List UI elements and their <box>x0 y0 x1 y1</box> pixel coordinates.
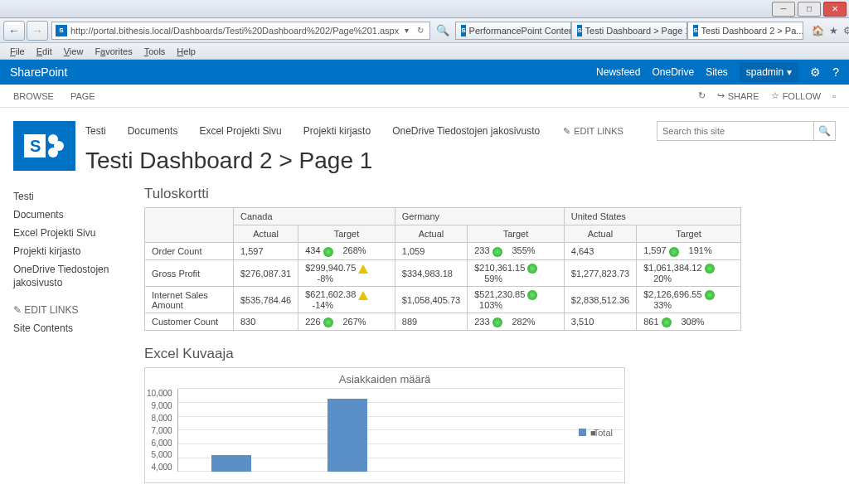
actual-cell: 4,643 <box>564 243 636 260</box>
row-label: Internet Sales Amount <box>145 287 234 313</box>
settings-icon[interactable]: ⚙ <box>810 65 821 79</box>
actual-cell: 1,597 <box>233 243 298 260</box>
country-header: Germany <box>395 208 564 225</box>
actual-cell: $1,058,405.73 <box>395 287 467 313</box>
focus-icon[interactable]: ▫ <box>832 91 836 101</box>
browser-forward-button[interactable]: → <box>27 21 48 41</box>
status-ok-icon <box>492 247 502 257</box>
search-button[interactable]: 🔍 <box>814 121 836 141</box>
menu-tools[interactable]: Tools <box>139 45 171 58</box>
help-icon[interactable]: ? <box>832 65 839 79</box>
dropdown-icon[interactable]: ▾ <box>402 26 411 35</box>
leftnav-edit-links[interactable]: ✎ EDIT LINKS <box>13 301 134 319</box>
status-ok-icon <box>323 247 333 257</box>
favicon-icon: S <box>56 25 67 36</box>
sharepoint-brand[interactable]: SharePoint <box>10 65 67 79</box>
subcol-actual: Actual <box>233 225 298 243</box>
chart-bar <box>327 399 367 472</box>
site-logo[interactable]: S <box>13 121 75 171</box>
suite-link-sites[interactable]: Sites <box>706 66 728 78</box>
y-tick-label: 8,000 <box>147 414 172 423</box>
row-label: Gross Profit <box>145 260 234 287</box>
target-cell: $521,230.85 103% <box>468 287 565 313</box>
global-nav-item[interactable]: Excel Projekti Sivu <box>199 125 281 137</box>
suite-link-onedrive[interactable]: OneDrive <box>652 66 694 78</box>
target-cell: 233 282% <box>468 313 565 331</box>
menu-edit[interactable]: Edit <box>32 45 57 58</box>
window-close-button[interactable]: ✕ <box>823 2 847 17</box>
menu-help[interactable]: Help <box>172 45 201 58</box>
target-cell: 1,597 191% <box>637 243 741 260</box>
target-cell: $621,602.38 -14% <box>298 287 395 313</box>
legend-swatch-icon <box>579 429 586 436</box>
actual-cell: $276,087.31 <box>233 260 298 287</box>
y-tick-label: 4,000 <box>147 463 172 472</box>
tools-icon[interactable]: ⚙ <box>843 25 849 36</box>
status-ok-icon <box>705 264 715 274</box>
window-minimize-button[interactable]: ─ <box>772 2 795 17</box>
table-row: Internet Sales Amount$535,784.46$621,602… <box>145 287 741 313</box>
address-bar[interactable]: S http://portal.bithesis.local/Dashboard… <box>51 22 430 40</box>
leftnav-item[interactable]: Documents <box>13 206 134 224</box>
tab-favicon-icon: S <box>693 25 697 36</box>
actual-cell: 889 <box>395 313 467 331</box>
page-title: Testi Dashboard 2 > Page 1 <box>85 148 836 174</box>
subcol-target: Target <box>298 225 395 243</box>
ribbon-tab-browse[interactable]: BROWSE <box>13 91 54 101</box>
status-ok-icon <box>662 317 672 327</box>
edit-links-label: EDIT LINKS <box>574 126 623 136</box>
table-row: Customer Count830226 267%889233 282%3,51… <box>145 313 741 331</box>
scorecard-title: Tuloskortti <box>144 186 836 202</box>
user-menu[interactable]: spadmin ▾ <box>740 62 798 82</box>
follow-button[interactable]: ☆ FOLLOW <box>771 90 821 101</box>
sync-icon[interactable]: ↻ <box>698 90 706 101</box>
leftnav-site-contents[interactable]: Site Contents <box>13 319 134 337</box>
actual-cell: 830 <box>233 313 298 331</box>
leftnav-item[interactable]: Projekti kirjasto <box>13 242 134 260</box>
browser-back-button[interactable]: ← <box>3 21 25 41</box>
browser-tab[interactable]: STesti Dashboard > Page 1 <box>571 22 687 40</box>
share-button[interactable]: ↪ SHARE <box>717 90 759 101</box>
browser-toolbar: ← → S http://portal.bithesis.local/Dashb… <box>0 18 849 43</box>
menu-view[interactable]: View <box>59 45 89 58</box>
y-tick-label: 7,000 <box>147 426 172 435</box>
menu-favorites[interactable]: Favorites <box>90 45 137 58</box>
global-nav-item[interactable]: Testi <box>85 125 106 137</box>
y-tick-label: 6,000 <box>147 439 172 448</box>
leftnav-edit-label: EDIT LINKS <box>24 304 78 316</box>
svg-text:S: S <box>30 137 41 155</box>
status-ok-icon <box>527 290 537 300</box>
status-ok-icon <box>669 247 679 257</box>
table-header-row: Canada Germany United States <box>145 208 741 225</box>
favorites-icon[interactable]: ★ <box>829 25 838 36</box>
leftnav-item[interactable]: OneDrive Tiedostojen jakosivusto <box>13 260 134 293</box>
global-nav-item[interactable]: Projekti kirjasto <box>303 125 371 137</box>
browser-tab-active[interactable]: STesti Dashboard 2 > Pa...✕ <box>687 22 803 40</box>
browser-tab[interactable]: SPerformancePoint Conten... <box>455 22 571 40</box>
site-search: 🔍 <box>657 121 836 141</box>
leftnav-item[interactable]: Testi <box>13 187 134 206</box>
search-input[interactable] <box>657 121 814 141</box>
suite-link-newsfeed[interactable]: Newsfeed <box>596 66 640 78</box>
search-icon[interactable]: 🔍 <box>434 24 452 36</box>
chart-bar <box>211 455 251 472</box>
status-ok-icon <box>527 264 537 274</box>
home-icon[interactable]: 🏠 <box>812 25 824 36</box>
window-maximize-button[interactable]: □ <box>798 2 821 17</box>
leftnav-item[interactable]: Excel Projekti Sivu <box>13 224 134 242</box>
tab-favicon-icon: S <box>577 25 581 36</box>
chart-title: Asiakkaiden määrä <box>147 370 623 389</box>
global-nav-item[interactable]: OneDrive Tiedostojen jakosivusto <box>392 125 540 137</box>
global-nav-item[interactable]: Documents <box>128 125 178 137</box>
browser-menubar: File Edit View Favorites Tools Help <box>0 43 849 60</box>
subcol-actual: Actual <box>395 225 467 243</box>
menu-file[interactable]: File <box>5 45 30 58</box>
chart-plot-area <box>177 389 623 472</box>
status-warning-icon <box>358 264 368 274</box>
edit-links-button[interactable]: ✎ EDIT LINKS <box>563 126 623 137</box>
window-titlebar: ─ □ ✕ <box>0 0 849 18</box>
ribbon-tab-page[interactable]: PAGE <box>70 91 95 101</box>
actual-cell: 1,059 <box>395 243 467 260</box>
subcol-target: Target <box>637 225 741 243</box>
refresh-icon[interactable]: ↻ <box>415 26 426 35</box>
